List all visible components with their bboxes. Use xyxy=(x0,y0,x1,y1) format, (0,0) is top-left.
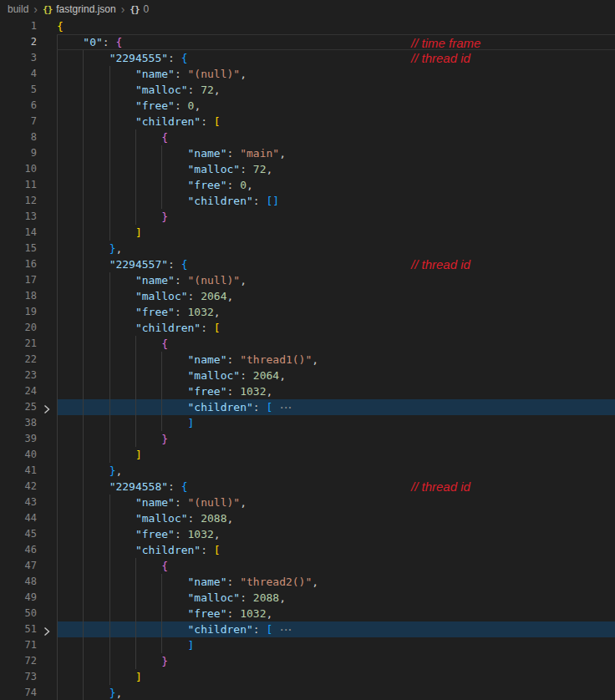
indent-guide xyxy=(57,129,58,145)
token-b1: ] xyxy=(135,226,142,239)
token-b2: { xyxy=(161,560,168,572)
code-line[interactable]: ] xyxy=(57,669,615,685)
code-line[interactable]: { xyxy=(57,18,615,34)
code-line[interactable]: "children": [] xyxy=(57,193,615,209)
code-row-6: 6 "free": 0, xyxy=(0,98,615,114)
code-line[interactable]: "children": [ xyxy=(57,542,615,558)
code-row-48: 48 "name": "thread2()", xyxy=(0,574,615,590)
fold-chevron-icon[interactable] xyxy=(42,403,52,413)
code-line[interactable]: "free": 0, xyxy=(57,98,615,114)
indent-guide xyxy=(109,209,110,225)
indent-guide xyxy=(109,399,110,415)
breadcrumb-item-filename[interactable]: fastgrind.json xyxy=(56,3,115,15)
token-b3: { xyxy=(181,480,188,493)
code-line[interactable]: "children": [··· xyxy=(57,621,615,637)
code-row-16: 16 "2294557": {// thread id xyxy=(0,256,615,272)
token-str: "thread1()" xyxy=(240,353,312,366)
code-line[interactable]: { xyxy=(57,558,615,574)
indent-guide xyxy=(57,415,58,431)
code-line[interactable]: "0": {// time frame xyxy=(57,34,615,50)
breadcrumb-item-folder[interactable]: build xyxy=(8,3,28,15)
line-number: 12 xyxy=(25,193,37,209)
indent-guide xyxy=(109,145,110,161)
breadcrumb-item-symbol[interactable]: 0 xyxy=(144,3,150,15)
line-number: 49 xyxy=(25,590,37,606)
token-punc: : xyxy=(227,576,241,588)
line-number: 71 xyxy=(25,637,37,653)
code-line[interactable]: { xyxy=(57,129,615,145)
code-row-46: 46 "children": [ xyxy=(0,542,615,558)
code-line[interactable]: }, xyxy=(57,241,615,256)
token-punc: : xyxy=(253,401,267,413)
token-punc: , xyxy=(279,369,286,382)
code-line[interactable]: ] xyxy=(57,637,615,653)
token-punc: , xyxy=(247,179,253,191)
indent-guide xyxy=(57,35,58,49)
indent-guide xyxy=(161,399,162,415)
code-line[interactable]: ] xyxy=(57,225,615,241)
code-line[interactable]: "name": "(null)", xyxy=(57,272,615,288)
code-row-19: 19 "free": 1032, xyxy=(0,304,615,320)
code-line[interactable]: "children": [ xyxy=(57,114,615,129)
code-line[interactable]: "name": "(null)", xyxy=(57,495,615,510)
token-key: "malloc" xyxy=(135,84,188,96)
code-line[interactable]: "free": 1032, xyxy=(57,383,615,399)
code-line[interactable]: "2294557": {// thread id xyxy=(57,256,615,272)
code-line[interactable]: ] xyxy=(57,447,615,463)
chevron-right-icon: › xyxy=(121,3,125,15)
token-b3: [ xyxy=(266,401,272,413)
token-punc: , xyxy=(227,290,234,302)
token-punc: : xyxy=(253,195,267,207)
indent-guide xyxy=(161,606,162,621)
token-punc: : xyxy=(227,147,241,160)
code-line[interactable]: "malloc": 2064, xyxy=(57,368,615,383)
code-line[interactable]: "free": 1032, xyxy=(57,526,615,542)
gutter: 17 xyxy=(0,272,57,288)
code-line[interactable]: "free": 0, xyxy=(57,177,615,193)
code-line[interactable]: "free": 1032, xyxy=(57,606,615,621)
code-line[interactable]: "malloc": 2088, xyxy=(57,590,615,606)
indent-guide xyxy=(83,415,84,431)
indent-guide xyxy=(57,495,58,510)
token-punc: : xyxy=(168,258,181,271)
code-line[interactable]: "malloc": 2064, xyxy=(57,288,615,304)
token-punc: : xyxy=(227,385,241,398)
code-line[interactable]: "malloc": 2088, xyxy=(57,510,615,526)
code-line[interactable]: "name": "(null)", xyxy=(57,66,615,82)
code-line[interactable]: }, xyxy=(57,463,615,479)
indent-guide xyxy=(109,669,110,685)
code-line[interactable]: ] xyxy=(57,415,615,431)
code-line[interactable]: "name": "thread2()", xyxy=(57,574,615,590)
folded-code-badge[interactable]: ··· xyxy=(278,623,290,636)
gutter: 71 xyxy=(0,637,57,653)
code-row-50: 50 "free": 1032, xyxy=(0,606,615,621)
code-line[interactable]: "free": 1032, xyxy=(57,304,615,320)
code-line[interactable]: } xyxy=(57,431,615,447)
folded-code-badge[interactable]: ··· xyxy=(278,401,290,413)
indent-spaces xyxy=(57,417,188,429)
code-line[interactable]: } xyxy=(57,209,615,225)
code-line[interactable]: } xyxy=(57,653,615,669)
code-line[interactable]: "2294555": {// thread id xyxy=(57,50,615,66)
token-b3: { xyxy=(181,52,188,64)
code-line[interactable]: "children": [··· xyxy=(57,399,615,415)
indent-guide xyxy=(135,177,136,193)
fold-chevron-icon[interactable] xyxy=(42,625,52,635)
code-line[interactable]: "children": [ xyxy=(57,320,615,336)
indent-guide xyxy=(57,368,58,383)
gutter: 12 xyxy=(0,193,57,209)
code-line[interactable]: "malloc": 72, xyxy=(57,161,615,177)
token-punc: : xyxy=(240,591,253,604)
red-annotation: // thread id xyxy=(411,50,470,66)
gutter: 38 xyxy=(0,415,57,431)
token-key: "children" xyxy=(135,322,201,334)
gutter: 11 xyxy=(0,177,57,193)
gutter: 50 xyxy=(0,606,57,621)
code-line[interactable]: "name": "thread1()", xyxy=(57,352,615,368)
code-line[interactable]: "name": "main", xyxy=(57,145,615,161)
code-line[interactable]: "malloc": 72, xyxy=(57,82,615,98)
code-line[interactable]: { xyxy=(57,336,615,352)
code-line[interactable]: }, xyxy=(57,685,615,700)
indent-guide xyxy=(57,145,58,161)
code-line[interactable]: "2294558": {// thread id xyxy=(57,479,615,495)
